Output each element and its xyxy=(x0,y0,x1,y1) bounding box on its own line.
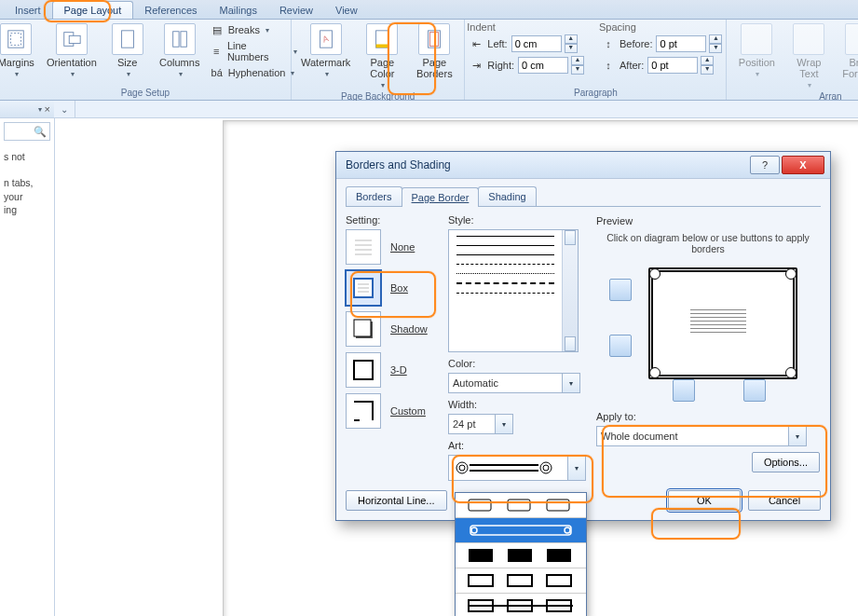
tab-view[interactable]: View xyxy=(324,2,369,19)
spin-down-icon[interactable]: ▼ xyxy=(571,65,584,75)
indent-right-label: Right: xyxy=(487,60,514,71)
btn-page-color[interactable]: Page Color▾ xyxy=(358,21,406,91)
btn-size[interactable]: Size▾ xyxy=(103,21,152,80)
dialog-titlebar[interactable]: Borders and Shading ? X xyxy=(336,152,830,179)
dropdown-icon: ▾ xyxy=(806,81,811,89)
spin-up-icon[interactable]: ▲ xyxy=(565,34,578,44)
width-combo[interactable]: 24 pt▾ xyxy=(448,414,513,434)
spacing-before-input[interactable] xyxy=(656,35,706,52)
page-borders-icon xyxy=(418,23,450,55)
spacing-before-spinner[interactable]: ▲▼ xyxy=(656,34,722,53)
art-option-2-selected[interactable] xyxy=(456,518,586,543)
spin-down-icon[interactable]: ▼ xyxy=(709,44,722,53)
tab-insert[interactable]: Insert xyxy=(4,2,52,19)
art-dropdown-list[interactable] xyxy=(455,492,587,616)
ok-button[interactable]: OK xyxy=(668,490,741,511)
orientation-icon xyxy=(56,23,88,55)
spacing-after-spinner[interactable]: ▲▼ xyxy=(647,56,714,75)
spin-up-icon[interactable]: ▲ xyxy=(709,34,722,44)
btn-wrap-text[interactable]: Wrap Text▾ xyxy=(784,21,833,91)
setting-shadow[interactable]: Shadow xyxy=(346,311,439,347)
art-option-4[interactable] xyxy=(456,568,586,594)
navpane-line: n tabs, xyxy=(4,176,50,189)
dialog-tab-page-border[interactable]: Page Border xyxy=(402,187,480,207)
svg-rect-38 xyxy=(547,549,571,562)
indent-heading: Indent xyxy=(467,21,586,33)
indent-right-spinner[interactable]: ▲▼ xyxy=(518,56,584,75)
btn-watermark[interactable]: A Watermark▾ xyxy=(297,21,354,80)
applyto-value: Whole document xyxy=(601,431,678,442)
spin-up-icon[interactable]: ▲ xyxy=(701,56,714,65)
svg-rect-4 xyxy=(121,31,133,48)
preview-btn-bottom[interactable] xyxy=(609,335,632,357)
dropdown-icon: ▾ xyxy=(125,70,130,78)
spin-down-icon[interactable]: ▼ xyxy=(701,65,714,75)
columns-icon xyxy=(164,23,196,55)
setting-none[interactable]: None xyxy=(346,229,439,265)
indent-left-input[interactable] xyxy=(511,35,562,52)
setting-3d-label: 3-D xyxy=(390,364,407,376)
art-option-3[interactable] xyxy=(456,543,586,568)
btn-line-numbers[interactable]: ≡Line Numbers▾ xyxy=(208,39,299,63)
options-button[interactable]: Options... xyxy=(752,452,820,472)
spin-up-icon[interactable]: ▲ xyxy=(571,56,584,65)
setting-custom[interactable]: Custom xyxy=(346,393,439,429)
help-button[interactable]: ? xyxy=(750,156,780,174)
setting-3d[interactable]: 3-D xyxy=(346,352,439,388)
svg-rect-6 xyxy=(181,32,186,48)
btn-columns[interactable]: Columns▾ xyxy=(156,21,204,80)
art-option-1[interactable] xyxy=(456,493,586,518)
btn-bring-forward[interactable]: Bring Forward▾ xyxy=(837,21,858,91)
setting-box[interactable]: Box xyxy=(346,270,439,306)
ruler-corner[interactable]: ⌄ xyxy=(54,101,75,117)
dropdown-icon: ▾ xyxy=(177,70,183,78)
setting-none-thumb xyxy=(346,229,381,265)
close-button[interactable]: X xyxy=(782,156,824,174)
dialog-tab-shading[interactable]: Shading xyxy=(478,186,536,206)
hyphenation-label: Hyphenation xyxy=(228,67,286,78)
spin-down-icon[interactable]: ▼ xyxy=(565,44,578,53)
btn-breaks[interactable]: ▤Breaks▾ xyxy=(208,21,299,38)
setting-custom-thumb xyxy=(346,393,381,429)
cancel-button[interactable]: Cancel xyxy=(748,490,821,511)
style-listbox[interactable] xyxy=(448,229,579,352)
color-combo[interactable]: Automatic▾ xyxy=(448,373,580,393)
svg-point-24 xyxy=(456,462,468,473)
search-icon: 🔍 xyxy=(34,126,47,138)
indent-right-input[interactable] xyxy=(518,57,568,74)
tab-review[interactable]: Review xyxy=(268,2,324,19)
color-value: Automatic xyxy=(453,377,498,389)
dropdown-icon: ▾ xyxy=(495,415,512,433)
indent-left-spinner[interactable]: ▲▼ xyxy=(511,34,578,53)
preview-btn-top[interactable] xyxy=(609,279,632,301)
setting-box-thumb xyxy=(346,270,381,306)
navpane-search[interactable]: 🔍 xyxy=(4,122,50,141)
setting-column: Setting: None Box Shadow 3-D Custom xyxy=(346,214,439,481)
svg-point-25 xyxy=(459,465,465,471)
btn-page-borders[interactable]: Page Borders xyxy=(410,21,458,81)
style-label: Style: xyxy=(448,214,586,226)
btn-position[interactable]: Position▾ xyxy=(732,21,781,80)
setting-box-label: Box xyxy=(390,282,408,294)
horizontal-line-button[interactable]: Horizontal Line... xyxy=(346,490,447,511)
dropdown-icon: ▾ xyxy=(323,70,329,78)
applyto-combo[interactable]: Whole document▾ xyxy=(596,426,807,446)
preview-page[interactable] xyxy=(648,267,797,379)
tab-mailings[interactable]: Mailings xyxy=(209,2,268,19)
btn-orientation[interactable]: Orientation▾ xyxy=(44,21,100,80)
scrollbar[interactable] xyxy=(562,230,578,351)
navpane-header[interactable]: ▾ × xyxy=(0,101,54,118)
spacing-after-input[interactable] xyxy=(647,57,698,74)
art-option-5[interactable] xyxy=(456,594,586,616)
dialog-tab-borders[interactable]: Borders xyxy=(346,186,402,206)
svg-rect-22 xyxy=(354,320,371,336)
bring-forward-label: Bring Forward xyxy=(840,57,858,79)
tab-references[interactable]: References xyxy=(133,2,208,19)
art-combo[interactable]: ▾ xyxy=(448,455,586,481)
btn-margins[interactable]: Margins▾ xyxy=(0,21,40,80)
group-paragraph: Indent ⇤Left: ▲▼ ⇥Right: ▲▼ Spacing ↕Bef… xyxy=(465,20,727,100)
btn-hyphenation[interactable]: báHyphenation▾ xyxy=(208,64,299,81)
tab-page-layout[interactable]: Page Layout xyxy=(52,1,134,19)
close-icon[interactable]: × xyxy=(45,103,50,115)
btn-orientation-label: Orientation xyxy=(47,57,97,68)
